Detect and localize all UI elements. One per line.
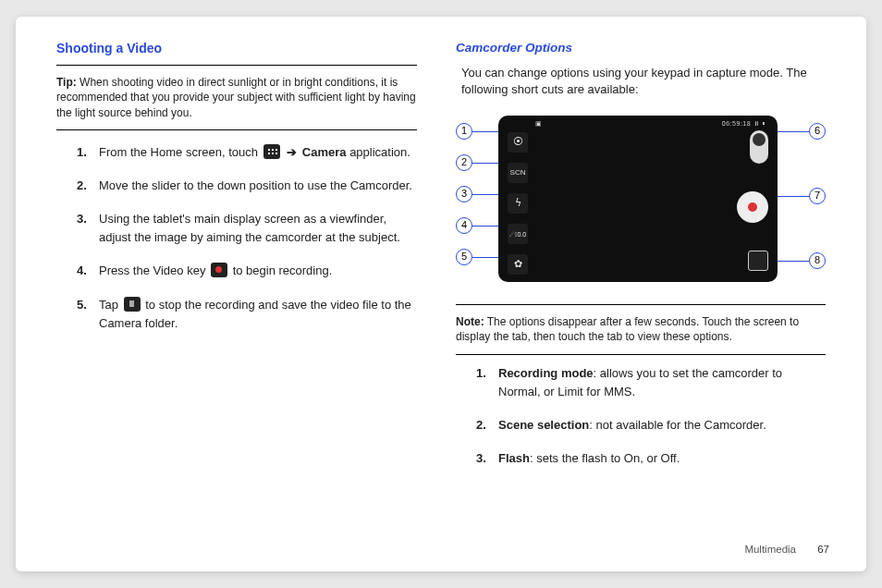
footer-section: Multimedia — [744, 544, 796, 555]
step-number: 2. — [77, 177, 99, 195]
apps-grid-icon — [263, 144, 280, 159]
callout-lead — [778, 131, 809, 132]
callout-5: 5 — [456, 249, 472, 265]
callout-8: 8 — [809, 252, 826, 269]
rule — [56, 65, 417, 66]
tip-box: Tip: When shooting video in direct sunli… — [56, 73, 417, 124]
callout-lead — [778, 261, 809, 262]
record-button — [737, 191, 768, 223]
item-number: 1. — [476, 364, 498, 401]
step-5: 5. Tap to stop the recording and save th… — [77, 296, 417, 333]
step-number: 4. — [77, 262, 99, 280]
callout-7: 7 — [809, 188, 826, 204]
step-text: Move the slider to the down position to … — [99, 177, 417, 195]
item-text: Scene selection: not available for the C… — [498, 416, 826, 435]
item-text: Flash: sets the flash to On, or Off. — [498, 449, 826, 468]
tip-label: Tip: — [56, 76, 77, 89]
record-icon — [211, 263, 227, 277]
left-column: Shooting a Video Tip: When shooting vide… — [47, 39, 439, 555]
note-text: The options disappear after a few second… — [456, 315, 799, 343]
step-number: 5. — [77, 296, 99, 333]
option-2: 2. Scene selection: not available for th… — [476, 416, 826, 435]
callout-lead — [778, 196, 809, 197]
step-text: From the Home screen, touch ➔ Camera app… — [99, 143, 417, 162]
heading-shooting-video: Shooting a Video — [56, 39, 417, 57]
camera-app-label: Camera — [302, 145, 347, 159]
steps-list: 1. From the Home screen, touch ➔ Camera … — [77, 143, 417, 333]
scene-icon: SCN — [508, 163, 528, 183]
flash-icon: ϟ — [508, 193, 528, 214]
step-3: 3. Using the tablet's main display scree… — [77, 210, 417, 247]
rule — [456, 354, 826, 355]
note-box: Note: The options disappear after a few … — [456, 312, 826, 348]
step-text: Press the Video key to begin recording. — [99, 262, 417, 280]
heading-camcorder-options: Camcorder Options — [456, 39, 826, 57]
arrow-icon: ➔ — [287, 145, 297, 159]
left-side-icons: ⦿ SCN ϟ ☄︎ 0.0 ✿ — [508, 132, 528, 275]
item-text: Recording mode: allows you to set the ca… — [498, 364, 826, 401]
callout-4: 4 — [456, 217, 472, 234]
option-3: 3. Flash: sets the flash to On, or Off. — [476, 449, 826, 468]
footer-page-number: 67 — [817, 544, 829, 555]
options-list: 1. Recording mode: allows you to set the… — [476, 364, 826, 469]
intro-text: You can change options using your keypad… — [461, 65, 826, 100]
step-number: 3. — [77, 210, 99, 247]
stop-icon — [124, 297, 141, 312]
settings-icon: ✿ — [508, 254, 528, 275]
step-4: 4. Press the Video key to begin recordin… — [77, 262, 417, 280]
mode-switch — [750, 130, 768, 164]
option-1: 1. Recording mode: allows you to set the… — [476, 364, 826, 401]
callout-2: 2 — [456, 154, 472, 171]
callout-6: 6 — [809, 123, 826, 140]
right-column: Camcorder Options You can change options… — [439, 39, 835, 555]
step-number: 1. — [77, 143, 99, 162]
device-screenshot: ▣ 06:59:18 ⏸ ▮ ⦿ SCN ϟ ☄︎ 0.0 ✿ — [498, 116, 778, 282]
rule — [456, 304, 826, 305]
callout-1: 1 — [456, 123, 472, 140]
right-side-controls — [737, 130, 768, 271]
note-label: Note: — [456, 315, 484, 328]
status-bar-right: 06:59:18 ⏸ ▮ — [722, 119, 766, 129]
step-text: Using the tablet's main display screen a… — [99, 210, 417, 247]
callout-3: 3 — [456, 186, 472, 202]
rule — [56, 129, 417, 130]
status-bar-left: ▣ — [535, 119, 542, 129]
step-text: Tap to stop the recording and save the v… — [99, 296, 417, 333]
tip-text: When shooting video in direct sunlight o… — [56, 76, 416, 118]
recording-mode-icon: ⦿ — [508, 132, 528, 153]
gallery-thumbnail — [748, 251, 768, 271]
manual-page: Shooting a Video Tip: When shooting vide… — [16, 17, 866, 571]
step-1: 1. From the Home screen, touch ➔ Camera … — [77, 143, 417, 162]
page-footer: Multimedia 67 — [744, 544, 829, 555]
exposure-icon: ☄︎ 0.0 — [508, 224, 528, 244]
step-2: 2. Move the slider to the down position … — [77, 177, 417, 195]
item-number: 3. — [476, 449, 498, 468]
item-number: 2. — [476, 416, 498, 435]
camcorder-diagram: 1 2 3 4 5 6 7 8 ▣ 06:59:18 ⏸ ▮ ⦿ SCN — [456, 108, 826, 293]
